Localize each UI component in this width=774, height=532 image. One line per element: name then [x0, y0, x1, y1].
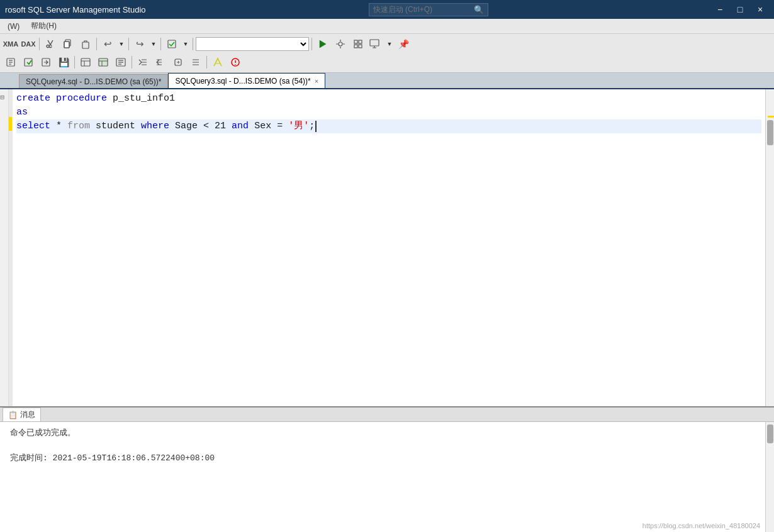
tab-sqlquery3-label: SQLQuery3.sql - D...IS.DEMO (sa (54))*	[175, 77, 310, 86]
svg-rect-11	[370, 40, 379, 46]
quick-launch-input[interactable]	[373, 5, 474, 14]
code-line-2: as	[16, 106, 761, 119]
tb-execute-dropdown[interactable]: ▼	[181, 36, 190, 52]
tb-r2-10[interactable]	[210, 55, 226, 70]
space-1	[50, 92, 56, 106]
tb-redo-icon[interactable]: ↪	[132, 36, 148, 52]
semicolon: ;	[309, 119, 315, 133]
collapse-icon-line1[interactable]: ⊟	[1, 93, 8, 101]
watermark: https://blog.csdn.net/weixin_48180024	[642, 522, 760, 529]
close-button[interactable]: ×	[751, 3, 769, 16]
tb-cut-icon[interactable]	[42, 36, 59, 52]
toolbar-sep-2	[96, 38, 97, 50]
space-2: p_stu_info1	[107, 92, 175, 106]
space-5: Sage < 21	[169, 119, 232, 133]
tb-r2-11[interactable]	[227, 55, 244, 70]
bottom-panel: 📋 消息 命令已成功完成。 完成时间: 2021-05-19T16:18:06.…	[0, 406, 774, 532]
scroll-thumb[interactable]	[767, 120, 773, 145]
yellow-marker	[9, 117, 12, 131]
search-bar[interactable]: 🔍	[369, 3, 488, 16]
toolbar-sep-3	[128, 38, 129, 50]
bottom-tab-bar: 📋 消息	[0, 407, 774, 422]
toolbar-sep-1	[39, 38, 40, 50]
svg-rect-7	[354, 40, 357, 43]
toolbar-sep-5	[193, 38, 193, 50]
kw-from: from	[67, 119, 90, 133]
svg-rect-9	[354, 45, 357, 48]
kw-where: where	[141, 119, 169, 133]
kw-create: create	[16, 92, 50, 106]
tb-redo-dropdown[interactable]: ▼	[149, 36, 158, 52]
message-line-2	[10, 443, 755, 452]
tb-dax-icon[interactable]: DAX	[20, 36, 36, 52]
svg-point-6	[339, 42, 342, 46]
tb-r2-7[interactable]	[113, 55, 129, 70]
svg-rect-1	[64, 42, 69, 48]
code-line-5	[16, 147, 761, 161]
tb-r2-2[interactable]	[20, 55, 36, 70]
svg-rect-10	[359, 45, 362, 48]
message-line-3: 完成时间: 2021-05-19T16:18:06.5722400+08:00	[10, 452, 755, 463]
toolbar-row-1: XMA DAX ↩ ▼ ↪ ▼ ▼	[3, 35, 771, 53]
menu-item-w[interactable]: (W)	[3, 21, 25, 32]
tb-undo-dropdown[interactable]: ▼	[117, 36, 126, 52]
messages-tab-label: 消息	[20, 409, 35, 420]
tb-tools-icon[interactable]	[332, 36, 349, 52]
tb-grid-icon[interactable]	[350, 36, 366, 52]
tb-r2-4[interactable]: 💾	[55, 55, 72, 70]
str-male: '男'	[288, 119, 309, 133]
menu-bar: (W) 帮助(H)	[0, 19, 774, 34]
tb-r2-indent2[interactable]	[152, 55, 169, 70]
tb-r2-9[interactable]	[188, 55, 204, 70]
tab-sqlquery4-label: SQLQuery4.sql - D...IS.DEMO (sa (65))*	[26, 77, 161, 86]
scroll-indicator	[768, 116, 774, 118]
tb-r2-indent1[interactable]	[135, 55, 151, 70]
app-name: rosoft SQL Server Management Studio	[5, 5, 146, 14]
tb-pin-icon[interactable]: 📌	[395, 36, 412, 52]
bottom-tab-messages[interactable]: 📋 消息	[3, 407, 41, 421]
tb-monitor-icon[interactable]	[367, 36, 384, 52]
tb-r2-5[interactable]	[77, 55, 94, 70]
bottom-scroll-thumb[interactable]	[767, 424, 773, 443]
tb-undo-icon[interactable]: ↩	[99, 36, 116, 52]
tb-r2-8[interactable]	[170, 55, 186, 70]
kw-procedure: procedure	[56, 92, 107, 106]
svg-rect-3	[82, 42, 89, 48]
search-icon[interactable]: 🔍	[474, 5, 484, 14]
tb-paste-icon[interactable]	[77, 36, 94, 52]
toolbar-row2-sep-3	[206, 56, 207, 69]
tb-r2-1[interactable]	[3, 55, 19, 70]
minimize-button[interactable]: −	[711, 3, 729, 16]
svg-rect-8	[359, 40, 362, 43]
tb-r2-6[interactable]	[95, 55, 111, 70]
code-line-4	[16, 133, 761, 147]
menu-item-help[interactable]: 帮助(H)	[26, 19, 62, 33]
title-bar-controls: − □ ×	[711, 3, 769, 16]
tb-r2-3[interactable]	[38, 55, 54, 70]
toolbar-sep-6	[311, 38, 312, 50]
messages-icon: 📋	[8, 411, 18, 419]
toolbar-row2-sep-1	[74, 56, 75, 69]
tb-run-icon[interactable]	[315, 36, 331, 52]
kw-select: select	[16, 119, 50, 133]
restore-button[interactable]: □	[731, 3, 749, 16]
toolbar-row-2: 💾	[3, 53, 771, 71]
tab-sqlquery4[interactable]: SQLQuery4.sql - D...IS.DEMO (sa (65))*	[19, 74, 168, 88]
space-6: Sex =	[249, 119, 288, 133]
bottom-row: 命令已成功完成。 完成时间: 2021-05-19T16:18:06.57224…	[0, 422, 774, 532]
cursor-indicator	[315, 121, 317, 132]
svg-rect-4	[168, 40, 176, 48]
svg-rect-16	[99, 58, 108, 66]
bottom-content: 命令已成功完成。 完成时间: 2021-05-19T16:18:06.57224…	[0, 422, 765, 532]
tab-sqlquery3-close[interactable]: ×	[315, 77, 318, 85]
tab-sqlquery3[interactable]: SQLQuery3.sql - D...IS.DEMO (sa (54))* ×	[168, 73, 325, 88]
database-dropdown[interactable]	[196, 37, 309, 51]
space-4: student	[90, 119, 141, 133]
tb-copy-icon[interactable]	[60, 36, 76, 52]
code-line-1: create procedure p_stu_info1	[16, 92, 761, 106]
tb-monitor-dropdown[interactable]: ▼	[385, 36, 394, 52]
kw-and: and	[232, 119, 249, 133]
bottom-right-scroll[interactable]	[765, 422, 774, 532]
tb-xma-icon[interactable]: XMA	[3, 36, 19, 52]
tb-checkmark-icon[interactable]	[164, 36, 180, 52]
